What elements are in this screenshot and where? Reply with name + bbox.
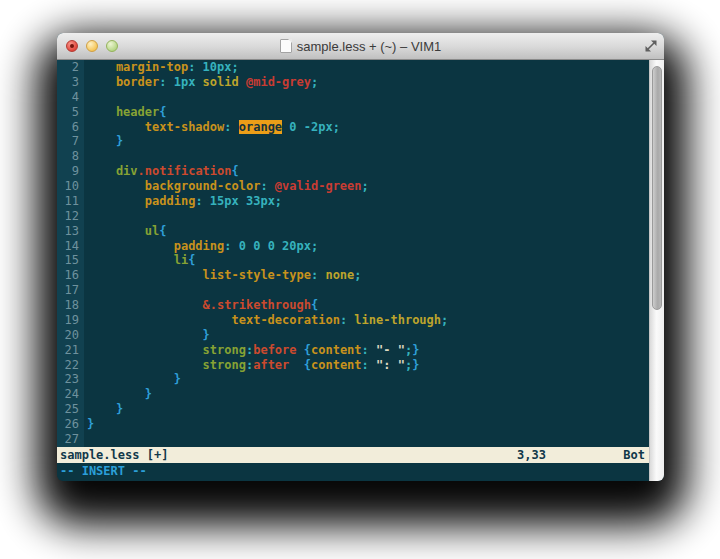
code-line[interactable]: 21 strong:before {content: "- ";}: [57, 343, 649, 358]
traffic-lights: [66, 40, 118, 52]
code-line[interactable]: 2 margin-top: 10px;: [57, 60, 649, 75]
code-line[interactable]: 22 strong:after {content: ": ";}: [57, 358, 649, 373]
code-text: text-decoration: line-through;: [84, 313, 448, 328]
vim-cmdline: -- INSERT --: [57, 463, 649, 481]
code-text: &.strikethrough{: [84, 298, 318, 313]
line-number: 14: [57, 239, 84, 254]
file-label: sample.less [+]: [60, 448, 168, 462]
code-text: [84, 283, 87, 298]
line-number: 7: [57, 134, 84, 149]
line-number: 22: [57, 358, 84, 373]
code-text: padding: 0 0 0 20px;: [84, 239, 318, 254]
line-number: 8: [57, 149, 84, 164]
scroll-position-label: Bot: [623, 447, 645, 463]
scrollbar-thumb[interactable]: [652, 66, 662, 310]
code-line[interactable]: 7 }: [57, 134, 649, 149]
code-line[interactable]: 10 background-color: @valid-green;: [57, 179, 649, 194]
code-line[interactable]: 6 text-shadow: orange 0 -2px;: [57, 120, 649, 135]
code-text: div.notification{: [84, 164, 239, 179]
code-line[interactable]: 8: [57, 149, 649, 164]
code-text: border: 1px solid @mid-grey;: [84, 75, 318, 90]
code-text: text-shadow: orange 0 -2px;: [84, 120, 340, 135]
line-number: 9: [57, 164, 84, 179]
window-title: sample.less + (~) – VIM1: [297, 39, 442, 54]
line-number: 4: [57, 90, 84, 105]
code-line[interactable]: 25 }: [57, 402, 649, 417]
code-editor[interactable]: 2 margin-top: 10px;3 border: 1px solid @…: [57, 60, 649, 447]
code-text: [84, 209, 87, 224]
code-line[interactable]: 4: [57, 90, 649, 105]
mode-indicator: -- INSERT --: [60, 464, 147, 478]
code-text: margin-top: 10px;: [84, 60, 239, 75]
code-line[interactable]: 14 padding: 0 0 0 20px;: [57, 239, 649, 254]
cursor-position: 3,33: [517, 447, 546, 463]
code-line[interactable]: 11 padding: 15px 33px;: [57, 194, 649, 209]
code-lines: 2 margin-top: 10px;3 border: 1px solid @…: [57, 60, 649, 447]
line-number: 26: [57, 417, 84, 432]
close-button[interactable]: [66, 40, 78, 52]
code-text: }: [84, 402, 123, 417]
scrollbar[interactable]: [649, 60, 664, 481]
line-number: 6: [57, 120, 84, 135]
code-text: [84, 432, 87, 447]
code-line[interactable]: 18 &.strikethrough{: [57, 298, 649, 313]
line-number: 13: [57, 224, 84, 239]
code-text: [84, 90, 87, 105]
line-number: 3: [57, 75, 84, 90]
code-line[interactable]: 20 }: [57, 328, 649, 343]
line-number: 25: [57, 402, 84, 417]
code-text: [84, 149, 87, 164]
code-text: ul{: [84, 224, 166, 239]
line-number: 10: [57, 179, 84, 194]
modified-indicator-icon: [70, 44, 74, 48]
code-line[interactable]: 5 header{: [57, 105, 649, 120]
vim-window: sample.less + (~) – VIM1 2 margin-top: 1…: [57, 33, 664, 481]
line-number: 24: [57, 387, 84, 402]
code-line[interactable]: 23 }: [57, 372, 649, 387]
code-text: }: [84, 328, 210, 343]
line-number: 27: [57, 432, 84, 447]
fullscreen-button[interactable]: [644, 39, 658, 53]
code-line[interactable]: 12: [57, 209, 649, 224]
code-line[interactable]: 13 ul{: [57, 224, 649, 239]
line-number: 21: [57, 343, 84, 358]
line-number: 20: [57, 328, 84, 343]
code-text: }: [84, 134, 123, 149]
line-number: 19: [57, 313, 84, 328]
line-number: 12: [57, 209, 84, 224]
code-text: background-color: @valid-green;: [84, 179, 369, 194]
code-line[interactable]: 24 }: [57, 387, 649, 402]
document-icon: [280, 39, 292, 53]
title-area: sample.less + (~) – VIM1: [117, 33, 604, 59]
code-text: strong:after {content: ": ";}: [84, 358, 419, 373]
code-line[interactable]: 27: [57, 432, 649, 447]
line-number: 16: [57, 268, 84, 283]
code-text: li{: [84, 253, 195, 268]
code-line[interactable]: 19 text-decoration: line-through;: [57, 313, 649, 328]
code-line[interactable]: 15 li{: [57, 253, 649, 268]
code-text: }: [84, 417, 94, 432]
code-line[interactable]: 17: [57, 283, 649, 298]
line-number: 5: [57, 105, 84, 120]
vim-statusline: sample.less [+] 3,33 Bot: [57, 447, 649, 463]
line-number: 17: [57, 283, 84, 298]
code-line[interactable]: 9 div.notification{: [57, 164, 649, 179]
fullscreen-arrows-icon: [644, 39, 658, 53]
line-number: 15: [57, 253, 84, 268]
line-number: 23: [57, 372, 84, 387]
code-text: padding: 15px 33px;: [84, 194, 282, 209]
code-line[interactable]: 26}: [57, 417, 649, 432]
line-number: 2: [57, 60, 84, 75]
code-line[interactable]: 3 border: 1px solid @mid-grey;: [57, 75, 649, 90]
code-text: header{: [84, 105, 166, 120]
window-titlebar[interactable]: sample.less + (~) – VIM1: [57, 33, 664, 60]
code-text: list-style-type: none;: [84, 268, 362, 283]
code-line[interactable]: 16 list-style-type: none;: [57, 268, 649, 283]
code-text: strong:before {content: "- ";}: [84, 343, 419, 358]
line-number: 11: [57, 194, 84, 209]
line-number: 18: [57, 298, 84, 313]
minimize-button[interactable]: [86, 40, 98, 52]
code-text: }: [84, 387, 152, 402]
code-text: }: [84, 372, 181, 387]
